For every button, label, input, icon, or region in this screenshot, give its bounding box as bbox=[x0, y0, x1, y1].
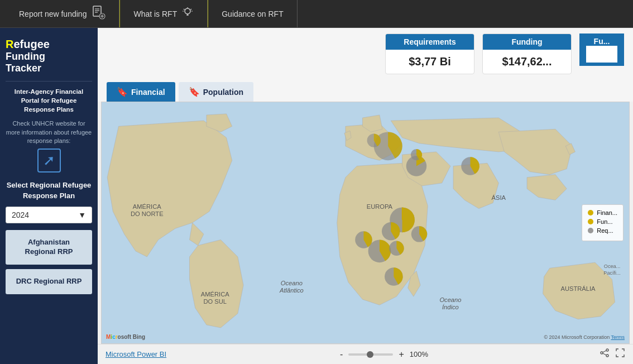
svg-line-33 bbox=[603, 353, 606, 355]
stat-card-requirements: Requirements $3,77 Bi bbox=[385, 33, 474, 74]
pie-marker-lebanon[interactable] bbox=[411, 149, 422, 160]
nav-guidance[interactable]: Guidance on RFT bbox=[208, 0, 298, 27]
label-oceano-atlantico: Oceano bbox=[281, 280, 303, 286]
funding-label: Funding bbox=[483, 34, 571, 50]
legend-item-req: Req... bbox=[588, 227, 617, 234]
svg-point-30 bbox=[601, 352, 603, 354]
nav-what-is-rft[interactable]: What is RFT bbox=[120, 0, 208, 27]
year-value: 2024 bbox=[12, 210, 29, 219]
sidebar-section-title: Select Regional Refugee Response Plan bbox=[6, 180, 92, 200]
financial-flag-icon: 🔖 bbox=[117, 87, 128, 97]
report-icon bbox=[91, 5, 106, 22]
sidebar-external-link[interactable]: ➚ bbox=[6, 149, 92, 173]
external-link-icon[interactable]: ➚ bbox=[37, 149, 61, 173]
sidebar-logo: Refugee Funding Tracker bbox=[6, 33, 92, 82]
right-panel: Requirements $3,77 Bi Funding $147,62...… bbox=[98, 28, 633, 364]
legend-label-financial: Finan... bbox=[597, 209, 617, 216]
sidebar-subtitle: Inter-Agency Financial Portal for Refuge… bbox=[6, 87, 92, 114]
label-oceano-pacifico: Ocea... bbox=[604, 264, 620, 269]
map-legend: Finan... Fun... Req... bbox=[582, 204, 624, 241]
label-pacifico: Pacífi... bbox=[603, 270, 620, 276]
logo-r: R bbox=[6, 38, 13, 50]
nav-what-is-rft-label: What is RFT bbox=[133, 9, 177, 18]
fullscreen-icon[interactable] bbox=[615, 348, 625, 361]
svg-line-32 bbox=[603, 351, 606, 352]
nav-divider-2 bbox=[208, 0, 208, 27]
label-do-sul: DO SUL bbox=[203, 298, 227, 305]
nav-report-funding-label: Report new funding bbox=[19, 9, 87, 18]
label-australia: AUSTRÁLIA bbox=[561, 285, 596, 292]
zoom-plus-button[interactable]: + bbox=[396, 349, 406, 360]
stats-row: Requirements $3,77 Bi Funding $147,62...… bbox=[98, 28, 633, 80]
label-atlantico: Atlântico bbox=[279, 287, 304, 294]
rrp-btn-afghanistan[interactable]: AfghanistanRegional RRP bbox=[6, 230, 92, 265]
zoom-value: 100% bbox=[410, 350, 428, 358]
label-oceano-indico: Oceano bbox=[439, 296, 461, 303]
zoom-controls: - + 100% bbox=[338, 349, 428, 360]
stat-card-funding: Funding $147,62... bbox=[482, 33, 572, 74]
population-flag-icon: 🔖 bbox=[189, 87, 200, 97]
label-asia: ÁSIA bbox=[492, 194, 506, 201]
copyright-text: © 2024 Microsoft Corporation bbox=[544, 334, 610, 340]
legend-dot-req bbox=[588, 228, 593, 233]
bottom-icons bbox=[600, 348, 625, 361]
tab-population[interactable]: 🔖 Population bbox=[179, 82, 253, 102]
label-america-norte: AMÉRICA bbox=[133, 203, 161, 210]
pie-marker-somalia[interactable] bbox=[411, 226, 427, 242]
legend-label-req: Req... bbox=[597, 227, 613, 234]
zoom-minus-button[interactable]: - bbox=[338, 349, 345, 360]
partial-label: Fu... bbox=[586, 37, 617, 46]
tab-population-label: Population bbox=[203, 88, 243, 97]
tab-financial-label: Financial bbox=[131, 88, 165, 97]
lightbulb-icon bbox=[181, 6, 194, 21]
logo-line2: Funding bbox=[6, 51, 92, 63]
svg-point-29 bbox=[606, 349, 608, 351]
requirements-value: $3,77 Bi bbox=[386, 50, 474, 74]
map-copyright: © 2024 Microsoft Corporation Terms bbox=[544, 334, 625, 340]
sidebar: Refugee Funding Tracker Inter-Agency Fin… bbox=[0, 28, 98, 364]
pie-marker-south-sudan[interactable] bbox=[382, 222, 400, 241]
legend-item-funding: Fun... bbox=[588, 218, 617, 225]
pie-marker-uganda[interactable] bbox=[389, 241, 404, 256]
stat-card-partial: Fu... bbox=[579, 33, 624, 66]
sidebar-link-text: Check UNHCR website for more information… bbox=[6, 119, 92, 145]
label-indico: Índico bbox=[442, 304, 459, 310]
svg-line-12 bbox=[191, 9, 192, 10]
tabs-row: 🔖 Financial 🔖 Population bbox=[98, 80, 633, 102]
svg-point-31 bbox=[606, 355, 608, 357]
nav-divider-1 bbox=[119, 0, 120, 27]
label-europa: EUROPA bbox=[367, 203, 393, 210]
terms-link[interactable]: Terms bbox=[611, 334, 625, 340]
logo-rest: efugee bbox=[13, 38, 49, 50]
label-america-sul: AMÉRICA bbox=[201, 291, 229, 298]
main-content: Refugee Funding Tracker Inter-Agency Fin… bbox=[0, 28, 633, 364]
powerbi-link[interactable]: Microsoft Power BI bbox=[106, 350, 166, 358]
pie-marker-afghanistan[interactable] bbox=[461, 157, 479, 175]
pie-marker-drc[interactable] bbox=[368, 240, 391, 262]
requirements-label: Requirements bbox=[386, 34, 474, 50]
nav-report-funding[interactable]: Report new funding bbox=[6, 0, 119, 27]
bottom-bar: Microsoft Power BI - + 100% bbox=[98, 344, 633, 364]
map-container[interactable]: AMÉRICA DO NORTE ÁSIA EUROPA Oceano Atlâ… bbox=[101, 102, 630, 344]
share-icon[interactable] bbox=[600, 348, 610, 361]
svg-point-7 bbox=[185, 8, 190, 14]
svg-line-11 bbox=[184, 9, 185, 10]
zoom-slider[interactable] bbox=[348, 353, 393, 356]
funding-value: $147,62... bbox=[483, 50, 571, 74]
year-dropdown[interactable]: 2024 ▼ bbox=[6, 207, 92, 223]
top-nav: Report new funding What is RFT bbox=[0, 0, 633, 28]
legend-label-funding: Fun... bbox=[597, 218, 612, 225]
pie-marker-cameroon[interactable] bbox=[355, 231, 372, 248]
logo-line3: Tracker bbox=[6, 63, 92, 74]
bing-logo: Microsoft Bing bbox=[106, 334, 145, 340]
pie-marker-southern-africa[interactable] bbox=[385, 267, 403, 286]
pie-marker-europe-sm[interactable] bbox=[367, 133, 381, 147]
label-do-norte: DO NORTE bbox=[131, 210, 164, 217]
legend-item-financial: Finan... bbox=[588, 209, 617, 216]
world-map: AMÉRICA DO NORTE ÁSIA EUROPA Oceano Atlâ… bbox=[102, 102, 629, 343]
dropdown-chevron-icon: ▼ bbox=[78, 210, 86, 219]
legend-dot-funding bbox=[588, 219, 593, 224]
rrp-btn-drc[interactable]: DRC Regional RRP bbox=[6, 269, 92, 294]
tab-financial[interactable]: 🔖 Financial bbox=[107, 82, 175, 102]
legend-dot-financial bbox=[588, 210, 593, 215]
